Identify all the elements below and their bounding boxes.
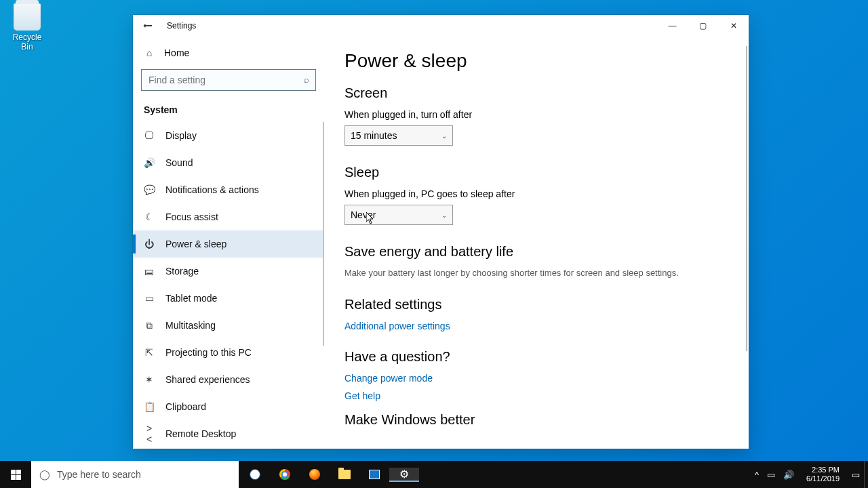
screen-label: When plugged in, turn off after bbox=[344, 109, 728, 120]
feedback-heading: Make Windows better bbox=[344, 412, 728, 428]
sidebar-section: System bbox=[133, 99, 324, 122]
sleep-timeout-select[interactable]: Never ⌄ bbox=[344, 205, 453, 225]
windows-logo-icon bbox=[11, 470, 21, 480]
chevron-down-icon: ⌄ bbox=[441, 132, 447, 140]
settings-window: 🠔 Settings — ▢ ✕ ⌂ Home ⌕ System 🖵Displa… bbox=[133, 15, 749, 449]
taskbar-explorer[interactable] bbox=[330, 470, 359, 479]
sidebar-item-multitasking[interactable]: ⧉Multitasking bbox=[133, 312, 324, 339]
sidebar-item-clipboard[interactable]: 📋Clipboard bbox=[133, 393, 324, 420]
recycle-bin[interactable]: Recycle Bin bbox=[7, 3, 47, 52]
tray-chevron-icon[interactable]: ^ bbox=[755, 470, 759, 480]
search-icon: ⌕ bbox=[304, 75, 309, 85]
recycle-bin-icon bbox=[14, 3, 41, 30]
sidebar-icon: ☾ bbox=[144, 211, 155, 222]
taskbar-chrome[interactable] bbox=[270, 469, 300, 480]
sidebar-item-notifications-actions[interactable]: 💬Notifications & actions bbox=[133, 176, 324, 203]
get-help-link[interactable]: Get help bbox=[344, 390, 380, 401]
store-icon bbox=[369, 470, 380, 479]
main-content: Power & sleep Screen When plugged in, tu… bbox=[324, 37, 749, 449]
sidebar-item-label: Clipboard bbox=[165, 401, 206, 412]
taskbar-search[interactable]: ◯ Type here to search bbox=[31, 461, 239, 488]
sidebar-icon: >< bbox=[144, 423, 155, 445]
sidebar-icon: 📋 bbox=[144, 401, 155, 412]
sidebar: ⌂ Home ⌕ System 🖵Display🔊Sound💬Notificat… bbox=[133, 37, 324, 449]
start-button[interactable] bbox=[0, 461, 31, 488]
recycle-bin-label: Recycle Bin bbox=[7, 33, 47, 52]
sidebar-item-label: Focus assist bbox=[165, 211, 218, 222]
sidebar-item-shared-experiences[interactable]: ✶Shared experiences bbox=[133, 366, 324, 393]
sleep-label: When plugged in, PC goes to sleep after bbox=[344, 188, 728, 199]
sidebar-item-about[interactable]: ⓘAbout bbox=[133, 447, 324, 449]
show-desktop[interactable] bbox=[864, 461, 868, 488]
sidebar-item-label: Shared experiences bbox=[165, 374, 250, 385]
sidebar-icon: ✶ bbox=[144, 374, 155, 385]
sidebar-item-label: Sound bbox=[165, 157, 193, 168]
sidebar-item-label: Display bbox=[165, 130, 197, 141]
sidebar-item-focus-assist[interactable]: ☾Focus assist bbox=[133, 203, 324, 230]
chevron-down-icon: ⌄ bbox=[441, 211, 447, 219]
sidebar-list: 🖵Display🔊Sound💬Notifications & actions☾F… bbox=[133, 122, 324, 449]
sidebar-icon: ⏻ bbox=[144, 239, 155, 249]
taskbar-edge[interactable] bbox=[240, 469, 270, 480]
clock-time: 2:35 PM bbox=[806, 466, 840, 474]
close-button[interactable]: ✕ bbox=[718, 16, 749, 36]
search-icon: ◯ bbox=[39, 469, 50, 480]
sidebar-item-label: Projecting to this PC bbox=[165, 347, 252, 358]
sidebar-item-label: Power & sleep bbox=[165, 239, 226, 249]
search-input[interactable] bbox=[141, 69, 316, 91]
sidebar-item-power-sleep[interactable]: ⏻Power & sleep bbox=[133, 230, 324, 258]
taskbar: ◯ Type here to search ⚙ ^ ▭ 🔊 2:35 PM 6/… bbox=[0, 461, 868, 488]
clock-date: 6/11/2019 bbox=[806, 474, 840, 483]
system-tray[interactable]: ^ ▭ 🔊 2:35 PM 6/11/2019 ▭ bbox=[751, 461, 864, 488]
sidebar-item-display[interactable]: 🖵Display bbox=[133, 122, 324, 149]
sleep-timeout-value: Never bbox=[351, 209, 376, 220]
related-heading: Related settings bbox=[344, 297, 728, 312]
window-title: Settings bbox=[167, 21, 196, 30]
sidebar-icon: ⧉ bbox=[144, 320, 155, 331]
folder-icon bbox=[338, 470, 351, 479]
volume-icon[interactable]: 🔊 bbox=[783, 470, 794, 480]
gear-icon: ⚙ bbox=[399, 468, 409, 481]
minimize-button[interactable]: — bbox=[657, 16, 688, 36]
notifications-icon[interactable]: ▭ bbox=[852, 470, 860, 480]
sleep-heading: Sleep bbox=[344, 165, 728, 180]
sidebar-item-label: Notifications & actions bbox=[165, 184, 259, 195]
page-title: Power & sleep bbox=[344, 50, 728, 72]
taskbar-store[interactable] bbox=[359, 470, 389, 479]
sidebar-item-projecting-to-this-pc[interactable]: ⇱Projecting to this PC bbox=[133, 339, 324, 366]
sidebar-item-remote-desktop[interactable]: ><Remote Desktop bbox=[133, 420, 324, 447]
network-icon[interactable]: ▭ bbox=[767, 470, 775, 480]
energy-heading: Save energy and battery life bbox=[344, 244, 728, 260]
back-button[interactable]: 🠔 bbox=[140, 18, 156, 34]
taskbar-firefox[interactable] bbox=[300, 469, 330, 480]
additional-power-link[interactable]: Additional power settings bbox=[344, 321, 450, 331]
sidebar-icon: 🖴 bbox=[144, 266, 155, 277]
sidebar-item-label: Tablet mode bbox=[165, 293, 217, 304]
change-power-mode-link[interactable]: Change power mode bbox=[344, 373, 433, 384]
sidebar-item-label: Multitasking bbox=[165, 320, 216, 331]
sidebar-item-storage[interactable]: 🖴Storage bbox=[133, 258, 324, 285]
screen-heading: Screen bbox=[344, 85, 728, 101]
home-icon: ⌂ bbox=[144, 47, 155, 58]
taskbar-clock[interactable]: 2:35 PM 6/11/2019 bbox=[802, 466, 844, 483]
taskbar-settings[interactable]: ⚙ bbox=[389, 468, 419, 482]
sidebar-icon: ⇱ bbox=[144, 347, 155, 358]
sidebar-item-sound[interactable]: 🔊Sound bbox=[133, 149, 324, 176]
edge-icon bbox=[250, 469, 260, 480]
sidebar-item-label: Storage bbox=[165, 266, 199, 277]
taskbar-search-placeholder: Type here to search bbox=[57, 469, 141, 480]
question-heading: Have a question? bbox=[344, 349, 728, 365]
chrome-icon bbox=[279, 469, 290, 480]
sidebar-icon: 🔊 bbox=[144, 157, 155, 168]
screen-timeout-value: 15 minutes bbox=[351, 130, 397, 141]
sidebar-icon: 🖵 bbox=[144, 130, 155, 141]
sidebar-item-tablet-mode[interactable]: ▭Tablet mode bbox=[133, 285, 324, 312]
screen-timeout-select[interactable]: 15 minutes ⌄ bbox=[344, 125, 453, 146]
home-nav[interactable]: ⌂ Home bbox=[133, 41, 324, 65]
sidebar-item-label: Remote Desktop bbox=[165, 428, 236, 439]
home-label: Home bbox=[164, 47, 189, 58]
titlebar: 🠔 Settings — ▢ ✕ bbox=[133, 15, 749, 37]
firefox-icon bbox=[309, 469, 320, 480]
sidebar-icon: ▭ bbox=[144, 293, 155, 304]
maximize-button[interactable]: ▢ bbox=[688, 16, 718, 36]
